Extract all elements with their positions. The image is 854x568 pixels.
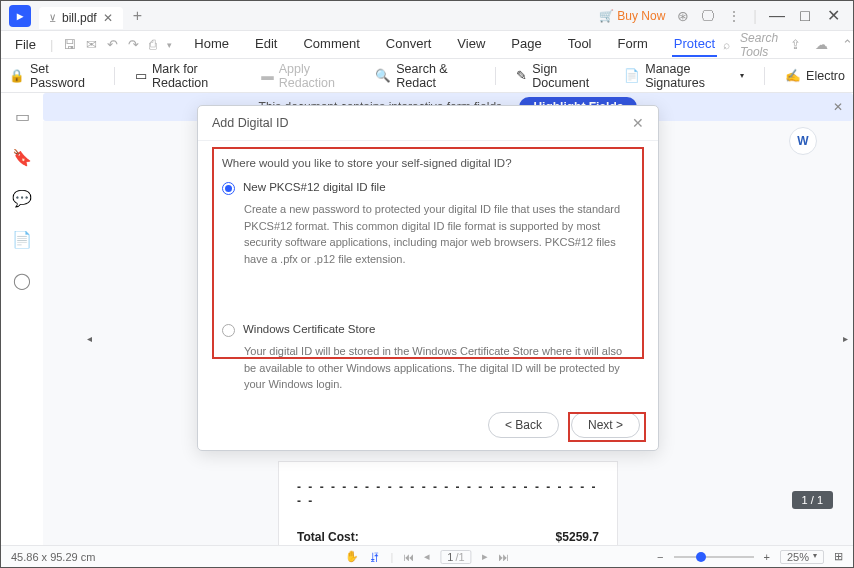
attachments-icon[interactable]: 📄 xyxy=(12,230,32,249)
divider: | xyxy=(48,37,55,52)
total-cost-value: $5259.7 xyxy=(556,530,599,544)
notification-icon[interactable]: 🖵 xyxy=(701,8,715,24)
divider: | xyxy=(753,8,757,24)
next-page-arrow[interactable]: ▸ xyxy=(843,333,849,345)
radio-windows-store[interactable] xyxy=(222,324,235,337)
divider xyxy=(114,67,115,85)
mark-redaction-button[interactable]: ▭ Mark for Redaction xyxy=(135,62,241,90)
collapse-ribbon-icon[interactable]: ⌃ xyxy=(840,37,854,52)
comments-icon[interactable]: 💬 xyxy=(12,189,32,208)
tab-home[interactable]: Home xyxy=(192,32,231,57)
divider xyxy=(764,67,765,85)
tab-check-icon: ⊻ xyxy=(49,13,56,24)
prev-page-icon[interactable]: ◂ xyxy=(424,550,430,563)
print-icon[interactable]: ⎙ xyxy=(147,37,159,52)
hand-tool-icon[interactable]: ✋ xyxy=(345,550,359,563)
option-windows-store[interactable]: Windows Certificate Store xyxy=(222,323,634,337)
next-page-icon[interactable]: ▸ xyxy=(482,550,488,563)
dialog-prompt: Where would you like to store your self-… xyxy=(222,157,634,169)
cursor-position: 45.86 x 95.29 cm xyxy=(11,551,95,563)
cloud-icon[interactable]: ☁ xyxy=(813,37,830,52)
chevron-down-icon: ▾ xyxy=(813,551,817,563)
word-export-badge[interactable]: W xyxy=(789,127,817,155)
thumbnails-icon[interactable]: ▭ xyxy=(15,107,30,126)
more-icon[interactable]: ⋮ xyxy=(727,8,741,24)
search-redact-icon: 🔍 xyxy=(375,68,391,83)
save-icon[interactable]: 🖫 xyxy=(61,37,78,52)
close-window-button[interactable]: ✕ xyxy=(825,6,841,25)
mail-icon[interactable]: ✉ xyxy=(84,37,99,52)
option-pkcs12-description: Create a new password to protected your … xyxy=(244,201,630,267)
tab-view[interactable]: View xyxy=(455,32,487,57)
search-redact-button[interactable]: 🔍 Search & Redact xyxy=(375,62,475,90)
page-input[interactable]: 1 /1 xyxy=(440,550,471,564)
tab-tool[interactable]: Tool xyxy=(566,32,594,57)
maximize-button[interactable]: □ xyxy=(797,7,813,25)
app-logo-icon: ▸ xyxy=(9,5,31,27)
option-windows-store-label: Windows Certificate Store xyxy=(243,323,375,335)
option-pkcs12[interactable]: New PKCS#12 digital ID file xyxy=(222,181,634,195)
close-banner-icon[interactable]: ✕ xyxy=(833,100,843,114)
option-windows-store-description: Your digital ID will be stored in the Wi… xyxy=(244,343,630,393)
divider xyxy=(495,67,496,85)
dropdown-icon[interactable]: ▾ xyxy=(165,40,174,50)
electronic-button[interactable]: ✍ Electro xyxy=(785,68,845,83)
chevron-down-icon: ▾ xyxy=(740,71,744,80)
search-tools-input[interactable]: Search Tools xyxy=(740,31,778,59)
zoom-out-icon[interactable]: − xyxy=(657,551,663,563)
add-digital-id-dialog: Add Digital ID ✕ Where would you like to… xyxy=(197,105,659,451)
redact-mark-icon: ▭ xyxy=(135,68,147,83)
tab-form[interactable]: Form xyxy=(616,32,650,57)
divider: | xyxy=(390,551,393,563)
signatures-icon: 📄 xyxy=(624,68,640,83)
radio-pkcs12[interactable] xyxy=(222,182,235,195)
lock-icon: 🔒 xyxy=(9,68,25,83)
manage-signatures-button[interactable]: 📄 Manage Signatures ▾ xyxy=(624,62,744,90)
first-page-icon[interactable]: ⏮ xyxy=(403,551,414,563)
last-page-icon[interactable]: ⏭ xyxy=(498,551,509,563)
sign-icon: ✎ xyxy=(516,68,527,83)
cart-icon: 🛒 xyxy=(599,9,614,23)
total-cost-label: Total Cost: xyxy=(297,530,359,544)
document-page: - - - - - - - - - - - - - - - - - - - - … xyxy=(278,461,618,545)
electronic-icon: ✍ xyxy=(785,68,801,83)
zoom-slider[interactable] xyxy=(674,556,754,558)
fit-page-icon[interactable]: ⊞ xyxy=(834,550,843,563)
zoom-select[interactable]: 25% ▾ xyxy=(780,550,824,564)
tab-title: bill.pdf xyxy=(62,11,97,25)
redo-icon[interactable]: ↷ xyxy=(126,37,141,52)
apply-redaction-button: ▬ Apply Redaction xyxy=(261,62,355,90)
tab-edit[interactable]: Edit xyxy=(253,32,279,57)
new-tab-button[interactable]: + xyxy=(133,7,142,25)
prev-page-arrow[interactable]: ◂ xyxy=(87,333,93,345)
search-panel-icon[interactable]: ◯ xyxy=(13,271,31,290)
buy-now-link[interactable]: 🛒 Buy Now xyxy=(599,9,665,23)
back-button[interactable]: < Back xyxy=(488,412,559,438)
share-icon[interactable]: ⇪ xyxy=(788,37,803,52)
set-password-button[interactable]: 🔒 Set Password xyxy=(9,62,94,90)
redact-apply-icon: ▬ xyxy=(261,69,274,83)
close-tab-icon[interactable]: ✕ xyxy=(103,11,113,25)
gift-icon[interactable]: ⊛ xyxy=(677,8,689,24)
undo-icon[interactable]: ↶ xyxy=(105,37,120,52)
document-tab[interactable]: ⊻ bill.pdf ✕ xyxy=(39,7,123,29)
select-tool-icon[interactable]: ⭿ xyxy=(369,551,380,563)
tab-protect[interactable]: Protect xyxy=(672,32,717,57)
page-counter-badge: 1 / 1 xyxy=(792,491,833,509)
minimize-button[interactable]: — xyxy=(769,7,785,25)
tab-page[interactable]: Page xyxy=(509,32,543,57)
bookmarks-icon[interactable]: 🔖 xyxy=(12,148,32,167)
separator-line: - - - - - - - - - - - - - - - - - - - - … xyxy=(297,480,599,508)
close-dialog-icon[interactable]: ✕ xyxy=(632,115,644,131)
dialog-title: Add Digital ID xyxy=(212,116,288,130)
tab-comment[interactable]: Comment xyxy=(301,32,361,57)
zoom-in-icon[interactable]: + xyxy=(764,551,770,563)
sign-document-button[interactable]: ✎ Sign Document xyxy=(516,62,604,90)
option-pkcs12-label: New PKCS#12 digital ID file xyxy=(243,181,386,193)
search-icon: ⌕ xyxy=(723,38,730,52)
tab-convert[interactable]: Convert xyxy=(384,32,434,57)
file-menu[interactable]: File xyxy=(9,35,42,54)
next-button[interactable]: Next > xyxy=(571,412,640,438)
